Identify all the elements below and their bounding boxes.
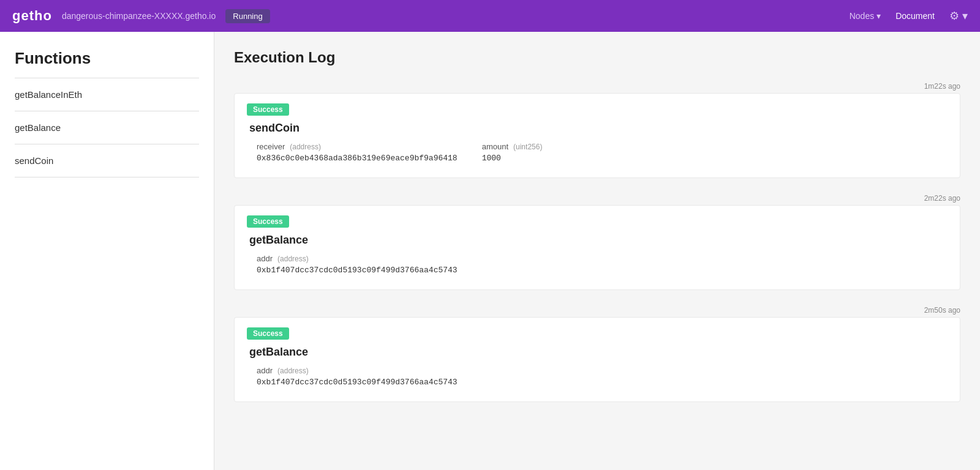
log-entry-2: 2m50s agoSuccessgetBalanceaddr(address)0… (234, 302, 960, 402)
header-domain: dangerous-chimpanzee-XXXXX.getho.io (62, 11, 216, 21)
param-value-2-0: 0xb1f407dcc37cdc0d5193c09f499d3766aa4c57… (257, 378, 458, 387)
log-param-row-1: addr(address)0xb1f407dcc37cdc0d5193c09f4… (257, 254, 948, 275)
log-param-row-0: receiver(address)0x836c0c0eb4368ada386b3… (257, 142, 948, 163)
sidebar-title: Functions (15, 49, 199, 68)
chevron-down-icon: ▾ (876, 11, 881, 21)
page-title: Execution Log (234, 49, 960, 66)
param-name-0-1: amount (482, 142, 508, 151)
log-function-name-2: getBalance (247, 346, 948, 359)
log-entry-1: 2m22s agoSuccessgetBalanceaddr(address)0… (234, 190, 960, 290)
log-function-name-0: sendCoin (247, 122, 948, 135)
param-type-0-1: (uint256) (513, 143, 542, 151)
param-value-0-1: 1000 (482, 154, 666, 163)
success-badge-1: Success (247, 215, 289, 228)
param-name-2-0: addr (257, 366, 273, 375)
log-param-col-1-0: addr(address)0xb1f407dcc37cdc0d5193c09f4… (257, 254, 458, 275)
log-card-1: SuccessgetBalanceaddr(address)0xb1f407dc… (234, 205, 960, 290)
log-param-row-2: addr(address)0xb1f407dcc37cdc0d5193c09f4… (257, 366, 948, 387)
sidebar-item-getbalanceineth[interactable]: getBalanceInEth (15, 78, 199, 111)
log-card-0: SuccesssendCoinreceiver(address)0x836c0c… (234, 93, 960, 178)
log-container: 1m22s agoSuccesssendCoinreceiver(address… (234, 78, 960, 402)
logo: getho (12, 8, 52, 24)
log-card-2: SuccessgetBalanceaddr(address)0xb1f407dc… (234, 317, 960, 402)
gear-icon[interactable]: ⚙ ▾ (949, 9, 968, 23)
nodes-nav[interactable]: Nodes ▾ (850, 11, 881, 21)
param-value-0-0: 0x836c0c0eb4368ada386b319e69eace9bf9a964… (257, 154, 458, 163)
status-badge: Running (225, 9, 270, 23)
param-type-2-0: (address) (277, 367, 309, 375)
success-badge-2: Success (247, 327, 289, 340)
log-params-1: addr(address)0xb1f407dcc37cdc0d5193c09f4… (247, 254, 948, 275)
log-params-2: addr(address)0xb1f407dcc37cdc0d5193c09f4… (247, 366, 948, 387)
param-type-0-0: (address) (290, 143, 321, 151)
log-function-name-1: getBalance (247, 234, 948, 247)
app-layout: Functions getBalanceInEth getBalance sen… (0, 32, 980, 470)
param-name-1-0: addr (257, 254, 273, 263)
log-params-0: receiver(address)0x836c0c0eb4368ada386b3… (247, 142, 948, 163)
log-param-col-2-0: addr(address)0xb1f407dcc37cdc0d5193c09f4… (257, 366, 458, 387)
log-timestamp-1: 2m22s ago (234, 190, 960, 205)
log-timestamp-0: 1m22s ago (234, 78, 960, 93)
log-param-col-0-0: receiver(address)0x836c0c0eb4368ada386b3… (257, 142, 458, 163)
sidebar-item-sendcoin[interactable]: sendCoin (15, 144, 199, 177)
header-nav: Nodes ▾ Document ⚙ ▾ (850, 9, 968, 23)
log-param-col-0-1: amount(uint256)1000 (482, 142, 666, 163)
log-entry-0: 1m22s agoSuccesssendCoinreceiver(address… (234, 78, 960, 178)
header: getho dangerous-chimpanzee-XXXXX.getho.i… (0, 0, 980, 32)
sidebar-item-getbalance[interactable]: getBalance (15, 111, 199, 144)
param-name-0-0: receiver (257, 142, 285, 151)
log-timestamp-2: 2m50s ago (234, 302, 960, 317)
sidebar: Functions getBalanceInEth getBalance sen… (0, 32, 214, 470)
param-type-1-0: (address) (277, 255, 309, 263)
param-value-1-0: 0xb1f407dcc37cdc0d5193c09f499d3766aa4c57… (257, 266, 458, 275)
success-badge-0: Success (247, 103, 289, 116)
main-content: Execution Log 1m22s agoSuccesssendCoinre… (214, 32, 980, 470)
document-nav[interactable]: Document (895, 11, 935, 21)
